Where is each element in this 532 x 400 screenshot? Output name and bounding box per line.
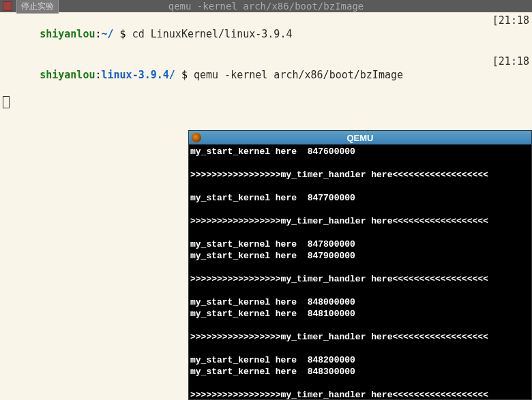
prompt-path: linux-3.9.4/	[102, 69, 175, 81]
prompt-separator: :	[95, 28, 101, 40]
qemu-output-line: >>>>>>>>>>>>>>>>>my_timer_handler here<<…	[190, 215, 530, 227]
terminal[interactable]: shiyanlou:~/ $ cd LinuxKernel/linux-3.9.…	[0, 12, 532, 110]
window-title: qemu -kernel arch/x86/boot/bzImage	[168, 1, 364, 12]
prompt-user: shiyanlou	[40, 69, 95, 81]
prompt-dollar: $	[175, 69, 194, 81]
command-text: qemu -kernel arch/x86/boot/bzImage	[194, 69, 403, 81]
prompt-user: shiyanlou	[40, 28, 95, 40]
terminal-line: shiyanlou:linux-3.9.4/ $ qemu -kernel ar…	[3, 55, 529, 95]
terminal-cursor-line	[3, 95, 529, 109]
qemu-output-line: >>>>>>>>>>>>>>>>>my_timer_handler here<<…	[190, 169, 530, 181]
qemu-window[interactable]: QEMU my_start_kernel here 847600000 >>>>…	[188, 130, 532, 400]
window-titlebar: 停止实验 qemu -kernel arch/x86/boot/bzImage	[0, 0, 532, 12]
qemu-console: my_start_kernel here 847600000 >>>>>>>>>…	[189, 144, 531, 399]
qemu-output-line	[190, 204, 530, 215]
cursor-icon	[3, 96, 10, 108]
qemu-output-line: >>>>>>>>>>>>>>>>>my_timer_handler here<<…	[190, 273, 530, 285]
qemu-output-line	[190, 320, 530, 331]
qemu-output-line: >>>>>>>>>>>>>>>>>my_timer_handler here<<…	[190, 331, 530, 343]
qemu-output-line: >>>>>>>>>>>>>>>>>my_timer_handler here<<…	[190, 389, 530, 399]
qemu-output-line: my_start_kernel here 848100000	[190, 308, 530, 320]
qemu-output-line	[190, 227, 530, 239]
qemu-output-line: my_start_kernel here 848300000	[190, 366, 530, 378]
stop-experiment-button[interactable]: 停止实验	[16, 0, 59, 14]
qemu-output-line	[190, 285, 530, 296]
timestamp: [21:18	[492, 14, 529, 55]
qemu-app-icon	[192, 133, 201, 142]
timestamp: [21:18	[492, 55, 529, 95]
qemu-output-line: my_start_kernel here 847800000	[190, 239, 530, 250]
qemu-output-line: my_start_kernel here 848000000	[190, 296, 530, 308]
qemu-output-line: my_start_kernel here 847900000	[190, 250, 530, 262]
command-text: cd LinuxKernel/linux-3.9.4	[132, 28, 293, 40]
prompt-separator: :	[95, 69, 101, 81]
qemu-output-line	[190, 378, 530, 389]
qemu-output-line: my_start_kernel here 847600000	[190, 146, 530, 157]
qemu-titlebar[interactable]: QEMU	[189, 131, 531, 144]
qemu-output-line	[190, 181, 530, 192]
qemu-output-line: my_start_kernel here 847700000	[190, 192, 530, 204]
app-icon	[3, 1, 12, 11]
prompt-path: ~/	[102, 28, 114, 40]
qemu-output-line	[190, 157, 530, 169]
qemu-window-title: QEMU	[347, 133, 374, 143]
qemu-output-line	[190, 343, 530, 354]
terminal-line: shiyanlou:~/ $ cd LinuxKernel/linux-3.9.…	[3, 14, 529, 55]
prompt-dollar: $	[114, 28, 132, 40]
qemu-output-line: my_start_kernel here 848200000	[190, 354, 530, 366]
qemu-output-line	[190, 262, 530, 273]
